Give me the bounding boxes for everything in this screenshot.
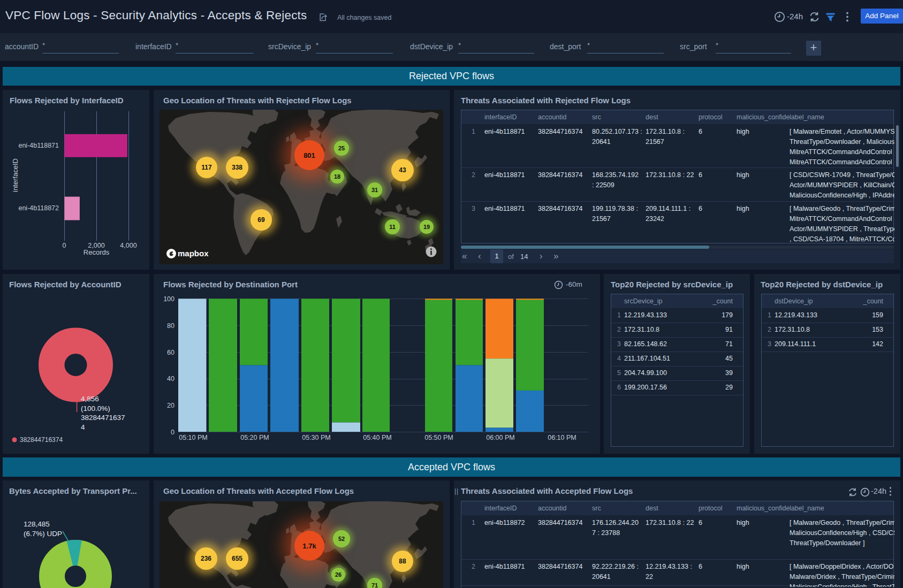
- svg-text:mapbox: mapbox: [178, 249, 209, 258]
